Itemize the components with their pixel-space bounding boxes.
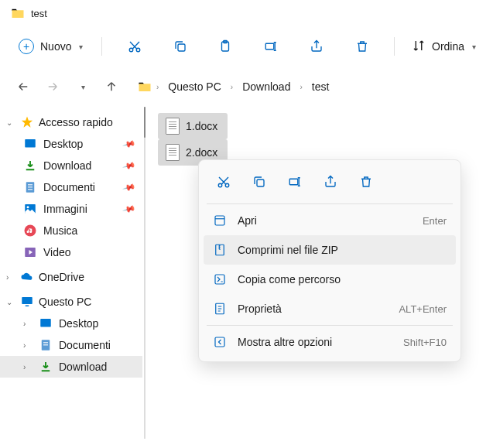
context-menu-icon-row: [204, 165, 456, 202]
context-menu-compress-zip[interactable]: Comprimi nel file ZIP: [204, 235, 456, 265]
new-button[interactable]: + Nuovo ▾: [11, 34, 91, 59]
cut-icon[interactable]: [208, 168, 239, 196]
sidebar-item-label: Musica: [43, 224, 77, 237]
images-icon: [23, 202, 37, 216]
svg-rect-29: [215, 337, 224, 347]
context-menu-label: Copia come percorso: [238, 273, 447, 286]
breadcrumb-item[interactable]: Download: [238, 77, 295, 96]
desktop-icon: [39, 316, 53, 330]
document-icon: [23, 180, 37, 194]
svg-rect-16: [26, 306, 29, 307]
context-menu-more-options[interactable]: Mostra altre opzioni Shift+F10: [204, 327, 456, 357]
context-menu-shortcut: Enter: [423, 215, 447, 227]
svg-rect-6: [25, 139, 36, 148]
chevron-right-icon: ›: [6, 273, 15, 282]
svg-rect-17: [40, 319, 51, 327]
context-menu-copy-path[interactable]: Copia come percorso: [204, 265, 456, 294]
svg-rect-19: [43, 342, 48, 343]
nav-row: ▾ › Questo PC › Download › test: [0, 67, 493, 107]
sidebar-item-label: Desktop: [43, 138, 83, 150]
sidebar-item-desktop[interactable]: Desktop 📌: [0, 133, 142, 155]
sidebar-this-pc[interactable]: ⌄ Questo PC: [0, 291, 142, 313]
sidebar-quick-access[interactable]: ⌄ Accesso rapido: [0, 111, 142, 133]
monitor-icon: [20, 295, 34, 309]
sidebar-item-label: Download: [43, 159, 91, 172]
docx-icon: [166, 144, 180, 161]
chevron-down-icon: ▾: [79, 43, 83, 51]
svg-point-1: [136, 48, 140, 52]
docx-icon: [166, 118, 180, 135]
sidebar-item-label: Documenti: [59, 339, 111, 351]
sidebar-item-download[interactable]: Download 📌: [0, 155, 142, 176]
svg-point-13: [25, 225, 36, 237]
separator: [207, 325, 453, 326]
share-icon[interactable]: [315, 168, 346, 196]
paste-icon[interactable]: [211, 32, 241, 60]
context-menu-shortcut: ALT+Enter: [399, 303, 447, 315]
svg-rect-9: [28, 186, 33, 187]
context-menu-open[interactable]: Apri Enter: [204, 206, 456, 235]
separator: [101, 37, 102, 56]
svg-rect-10: [28, 189, 33, 190]
zip-icon: [213, 243, 227, 257]
up-button[interactable]: [99, 74, 124, 99]
context-menu-label: Apri: [238, 214, 412, 227]
chevron-down-icon: ⌄: [6, 118, 15, 127]
sidebar-item-pc-desktop[interactable]: › Desktop: [0, 313, 142, 334]
document-icon: [39, 338, 53, 352]
sidebar-item-pc-documents[interactable]: › Documenti: [0, 334, 142, 356]
svg-rect-24: [289, 179, 298, 185]
sidebar-onedrive[interactable]: › OneDrive: [0, 266, 142, 288]
sidebar-item-documents[interactable]: Documenti 📌: [0, 176, 142, 198]
file-name: 1.docx: [186, 120, 217, 132]
new-button-label: Nuovo: [40, 40, 71, 53]
music-icon: [23, 224, 37, 238]
rename-icon[interactable]: [256, 32, 286, 60]
pin-icon: 📌: [122, 159, 137, 173]
chevron-right-icon[interactable]: ›: [229, 83, 235, 91]
body: ⌄ Accesso rapido Desktop 📌 Download 📌 Do…: [0, 107, 493, 439]
svg-rect-2: [178, 44, 185, 51]
copy-icon[interactable]: [165, 32, 195, 60]
sidebar-item-video[interactable]: Video: [0, 241, 142, 263]
sidebar: ⌄ Accesso rapido Desktop 📌 Download 📌 Do…: [0, 107, 142, 439]
sidebar-item-pc-download[interactable]: › Download: [0, 356, 142, 378]
chevron-down-icon: ⌄: [6, 298, 15, 306]
sort-button[interactable]: Ordina ▾: [406, 34, 482, 60]
breadcrumb-item[interactable]: test: [307, 77, 334, 96]
context-menu-properties[interactable]: Proprietà ALT+Enter: [204, 294, 456, 323]
forward-button[interactable]: [40, 74, 65, 99]
toolbar: + Nuovo ▾ Ordina ▾: [0, 26, 493, 67]
separator: [207, 203, 453, 204]
share-icon[interactable]: [302, 32, 332, 60]
rename-icon[interactable]: [279, 168, 310, 196]
file-name: 2.docx: [186, 146, 217, 159]
recent-dropdown[interactable]: ▾: [70, 74, 94, 99]
sort-button-label: Ordina: [432, 40, 464, 53]
plus-icon: +: [19, 39, 34, 54]
chevron-right-icon: ›: [23, 320, 33, 328]
cut-icon[interactable]: [119, 32, 149, 60]
more-icon: [213, 335, 227, 349]
window-title: test: [31, 8, 47, 19]
sidebar-item-music[interactable]: Musica: [0, 220, 142, 241]
sidebar-item-label: Desktop: [59, 317, 98, 330]
delete-icon[interactable]: [347, 32, 377, 60]
sidebar-item-images[interactable]: Immagini 📌: [0, 198, 142, 220]
svg-rect-5: [265, 43, 274, 50]
file-pane[interactable]: 1.docx 2.docx Apri Enter Comprim: [149, 107, 493, 439]
svg-point-12: [27, 206, 29, 208]
copy-icon[interactable]: [244, 168, 275, 196]
chevron-right-icon[interactable]: ›: [155, 83, 160, 91]
delete-icon[interactable]: [351, 168, 382, 196]
sidebar-item-label: Download: [59, 361, 107, 373]
file-item[interactable]: 1.docx: [158, 113, 228, 139]
svg-rect-15: [22, 297, 33, 304]
sidebar-item-label: Accesso rapido: [39, 116, 113, 128]
download-icon: [39, 360, 53, 374]
breadcrumb-item[interactable]: Questo PC: [163, 77, 225, 96]
back-button[interactable]: [11, 74, 36, 99]
chevron-right-icon[interactable]: ›: [298, 83, 303, 91]
pin-icon: 📌: [122, 180, 137, 194]
folder-icon: [11, 6, 25, 20]
